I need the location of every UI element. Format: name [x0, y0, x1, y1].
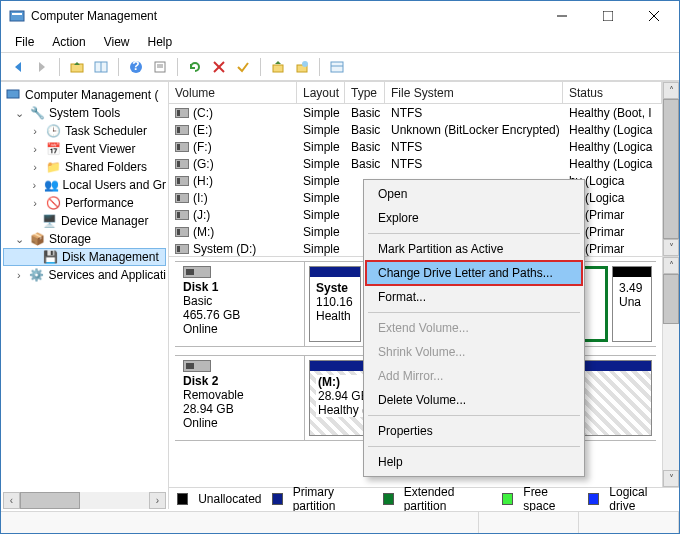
scroll-up-icon[interactable]: ˄ — [663, 257, 679, 274]
disk1-header: Disk 1 Basic 465.76 GB Online — [175, 262, 305, 346]
help-icon[interactable]: ? — [125, 56, 147, 78]
tree-diskmgmt[interactable]: 💾Disk Management — [3, 248, 166, 266]
tree-task[interactable]: ›🕒Task Scheduler — [3, 122, 166, 140]
menu-help[interactable]: Help — [140, 33, 181, 51]
delete-icon[interactable] — [208, 56, 230, 78]
show-hide-console-icon[interactable] — [90, 56, 112, 78]
ctx-explore[interactable]: Explore — [366, 206, 582, 230]
partition[interactable]: Syste110.16Health — [309, 266, 361, 342]
chevron-right-icon[interactable]: › — [29, 179, 40, 191]
legend-swatch — [383, 493, 394, 505]
check-icon[interactable] — [232, 56, 254, 78]
col-layout[interactable]: Layout — [297, 82, 345, 103]
chevron-right-icon[interactable]: › — [29, 143, 41, 155]
svg-text:?: ? — [132, 59, 139, 73]
maximize-button[interactable] — [585, 2, 631, 30]
tree-devmgr[interactable]: 🖥️Device Manager — [3, 212, 166, 230]
col-status[interactable]: Status — [563, 82, 662, 103]
partition-bar — [613, 267, 651, 277]
menu-action[interactable]: Action — [44, 33, 93, 51]
scroll-right-icon[interactable]: › — [149, 492, 166, 509]
back-button[interactable] — [7, 56, 29, 78]
action-icon-2[interactable] — [291, 56, 313, 78]
svg-rect-0 — [10, 11, 24, 21]
svg-rect-16 — [273, 65, 283, 72]
ctx-mirror: Add Mirror... — [366, 364, 582, 388]
chevron-right-icon[interactable]: › — [29, 125, 41, 137]
menu-bar: File Action View Help — [1, 31, 679, 53]
col-fs[interactable]: File System — [385, 82, 563, 103]
legend-swatch — [588, 493, 599, 505]
folder-up-icon[interactable] — [66, 56, 88, 78]
col-volume[interactable]: Volume — [169, 82, 297, 103]
tools-icon: 🔧 — [29, 105, 45, 121]
scroll-down-icon[interactable]: ˅ — [663, 470, 679, 487]
tree-storage[interactable]: ⌄📦Storage — [3, 230, 166, 248]
volume-icon — [175, 176, 189, 186]
tree-users[interactable]: ›👥Local Users and Gr — [3, 176, 166, 194]
scroll-down-icon[interactable]: ˅ — [663, 239, 679, 256]
scroll-thumb[interactable] — [663, 99, 679, 239]
svg-rect-19 — [331, 62, 343, 72]
title-bar: Computer Management — [1, 1, 679, 31]
svg-rect-21 — [7, 90, 19, 98]
ctx-delete[interactable]: Delete Volume... — [366, 388, 582, 412]
device-icon: 🖥️ — [41, 213, 57, 229]
minimize-button[interactable] — [539, 2, 585, 30]
computer-icon — [5, 87, 21, 103]
volume-icon — [175, 142, 189, 152]
clock-icon: 🕒 — [45, 123, 61, 139]
volume-row[interactable]: (F:)SimpleBasicNTFSHealthy (Logica — [169, 138, 662, 155]
tree-pane: Computer Management ( ⌄🔧System Tools ›🕒T… — [1, 82, 169, 509]
ctx-change-drive-letter[interactable]: Change Drive Letter and Paths... — [366, 261, 582, 285]
scroll-up-icon[interactable]: ˄ — [663, 82, 679, 99]
ctx-format[interactable]: Format... — [366, 285, 582, 309]
close-button[interactable] — [631, 2, 677, 30]
menu-file[interactable]: File — [7, 33, 42, 51]
tree-perf[interactable]: ›🚫Performance — [3, 194, 166, 212]
refresh-icon[interactable] — [184, 56, 206, 78]
volume-row[interactable]: (E:)SimpleBasicUnknown (BitLocker Encryp… — [169, 121, 662, 138]
svg-rect-3 — [603, 11, 613, 21]
grid-vscrollbar[interactable]: ˄ ˅ — [662, 82, 679, 256]
volume-icon — [175, 108, 189, 118]
folder-icon: 📁 — [45, 159, 61, 175]
tree-root-label: Computer Management ( — [25, 88, 158, 102]
legend-swatch — [177, 493, 188, 505]
tree-systools[interactable]: ⌄🔧System Tools — [3, 104, 166, 122]
tree-services[interactable]: ›⚙️Services and Applicati — [3, 266, 166, 284]
scroll-thumb[interactable] — [663, 274, 679, 324]
chevron-right-icon[interactable]: › — [29, 197, 41, 209]
status-bar — [1, 511, 679, 533]
chevron-right-icon[interactable]: › — [29, 161, 41, 173]
volume-row[interactable]: (C:)SimpleBasicNTFSHealthy (Boot, I — [169, 104, 662, 121]
event-icon: 📅 — [45, 141, 61, 157]
disk-vscrollbar[interactable]: ˄ ˅ — [662, 257, 679, 487]
tree-shared[interactable]: ›📁Shared Folders — [3, 158, 166, 176]
list-view-icon[interactable] — [326, 56, 348, 78]
chevron-right-icon[interactable]: › — [13, 269, 25, 281]
ctx-shrink: Shrink Volume... — [366, 340, 582, 364]
chevron-down-icon[interactable]: ⌄ — [13, 233, 25, 246]
tree-root[interactable]: Computer Management ( — [3, 86, 166, 104]
chevron-down-icon[interactable]: ⌄ — [13, 107, 25, 120]
disk2-header: Disk 2 Removable 28.94 GB Online — [175, 356, 305, 440]
ctx-open[interactable]: Open — [366, 182, 582, 206]
col-type[interactable]: Type — [345, 82, 385, 103]
scroll-left-icon[interactable]: ‹ — [3, 492, 20, 509]
menu-view[interactable]: View — [96, 33, 138, 51]
ctx-help[interactable]: Help — [366, 450, 582, 474]
volume-row[interactable]: (G:)SimpleBasicNTFSHealthy (Logica — [169, 155, 662, 172]
tree-hscrollbar[interactable]: ‹ › — [3, 492, 166, 509]
properties-icon[interactable] — [149, 56, 171, 78]
ctx-extend: Extend Volume... — [366, 316, 582, 340]
scroll-thumb[interactable] — [20, 492, 80, 509]
forward-button[interactable] — [31, 56, 53, 78]
partition[interactable]: 3.49Una — [612, 266, 652, 342]
perf-icon: 🚫 — [45, 195, 61, 211]
tree-event[interactable]: ›📅Event Viewer — [3, 140, 166, 158]
ctx-mark-active[interactable]: Mark Partition as Active — [366, 237, 582, 261]
action-icon-1[interactable] — [267, 56, 289, 78]
ctx-properties[interactable]: Properties — [366, 419, 582, 443]
volume-icon — [175, 244, 189, 254]
